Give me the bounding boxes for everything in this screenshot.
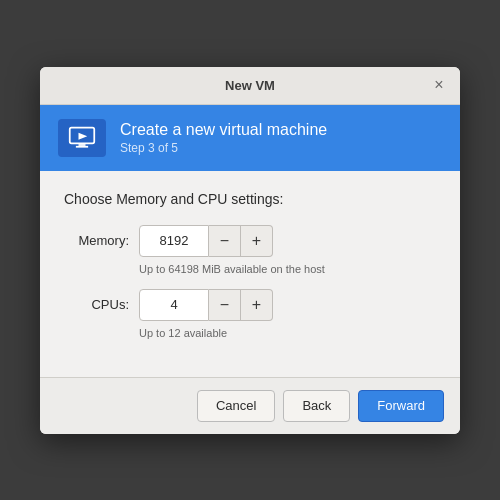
new-vm-dialog: New VM × Create a new virtual machine St…	[40, 67, 460, 434]
memory-label: Memory:	[64, 233, 129, 248]
back-button[interactable]: Back	[283, 390, 350, 422]
window-title: New VM	[225, 78, 275, 93]
section-title: Choose Memory and CPU settings:	[64, 191, 436, 207]
header-text: Create a new virtual machine Step 3 of 5	[120, 121, 327, 155]
memory-spinbox: − +	[139, 225, 273, 257]
titlebar: New VM ×	[40, 67, 460, 105]
memory-hint: Up to 64198 MiB available on the host	[139, 263, 436, 275]
cpu-spinbox: − +	[139, 289, 273, 321]
cpu-label: CPUs:	[64, 297, 129, 312]
header-step: Step 3 of 5	[120, 141, 327, 155]
vm-icon	[58, 119, 106, 157]
memory-row: Memory: − +	[64, 225, 436, 257]
cpu-row: CPUs: − +	[64, 289, 436, 321]
svg-marker-1	[79, 132, 88, 139]
cpu-increment-button[interactable]: +	[241, 289, 273, 321]
content-area: Choose Memory and CPU settings: Memory: …	[40, 171, 460, 377]
close-button[interactable]: ×	[428, 74, 450, 96]
memory-input[interactable]	[139, 225, 209, 257]
svg-rect-3	[76, 145, 88, 147]
footer: Cancel Back Forward	[40, 377, 460, 434]
cpu-hint: Up to 12 available	[139, 327, 436, 339]
monitor-icon	[68, 124, 96, 152]
cpu-input[interactable]	[139, 289, 209, 321]
memory-decrement-button[interactable]: −	[209, 225, 241, 257]
forward-button[interactable]: Forward	[358, 390, 444, 422]
header-banner: Create a new virtual machine Step 3 of 5	[40, 105, 460, 171]
footer-buttons: Cancel Back Forward	[197, 390, 444, 422]
cancel-button[interactable]: Cancel	[197, 390, 275, 422]
header-title: Create a new virtual machine	[120, 121, 327, 139]
svg-rect-2	[79, 144, 86, 146]
memory-increment-button[interactable]: +	[241, 225, 273, 257]
cpu-decrement-button[interactable]: −	[209, 289, 241, 321]
